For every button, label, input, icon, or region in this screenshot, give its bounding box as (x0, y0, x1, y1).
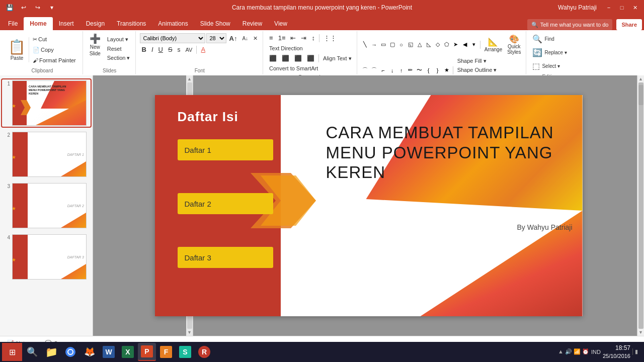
copy-btn[interactable]: 📄Copy (31, 46, 78, 54)
cut-btn[interactable]: ✂Cut (31, 35, 78, 44)
align-text-btn[interactable]: Align Text ▾ (321, 54, 354, 63)
start-button[interactable]: ⊞ (2, 343, 22, 361)
daftar-item-1[interactable]: Daftar 1 (178, 139, 273, 160)
font-name-select[interactable]: Calibri (Body) (140, 33, 205, 43)
shape-oval[interactable]: ○ (397, 41, 406, 49)
tab-view[interactable]: View (268, 17, 293, 30)
taskbar-search[interactable]: 🔍 (23, 343, 41, 361)
taskbar-chrome[interactable] (61, 343, 79, 361)
find-btn[interactable]: 🔍 Find (530, 33, 556, 45)
clear-format-btn[interactable]: ✕ (251, 34, 260, 43)
tab-animations[interactable]: Animations (152, 17, 194, 30)
search-box[interactable]: 🔍 Tell me what you want to do (527, 19, 613, 30)
strikethrough-btn[interactable]: S (166, 45, 175, 54)
increase-indent-btn[interactable]: ⇥ (299, 33, 308, 43)
align-right-btn[interactable]: ⬛ (292, 54, 304, 63)
columns-btn[interactable]: ⋮⋮ (321, 33, 339, 43)
decrease-font-btn[interactable]: A↓ (240, 35, 250, 42)
save-btn[interactable]: 💾 (4, 2, 15, 13)
underline-btn[interactable]: U (156, 45, 165, 54)
shape-bracket[interactable]: { (425, 66, 433, 74)
share-button[interactable]: Share (616, 19, 642, 30)
slide-canvas[interactable]: Daftar 1 Daftar 2 Daftar 3 Daftar Isi CA… (155, 95, 583, 316)
font-color-btn[interactable]: A (199, 45, 207, 54)
shape-arrow-right[interactable]: ➤ (452, 41, 460, 49)
tab-slideshow[interactable]: Slide Show (194, 17, 236, 30)
taskbar-app-s[interactable]: S (176, 343, 194, 361)
shape-rounded-rect[interactable]: ▢ (388, 41, 396, 49)
shape-more[interactable]: ▾ (470, 41, 478, 49)
daftar-item-2[interactable]: Daftar 2 (178, 193, 273, 214)
taskbar-powerpoint[interactable]: P (138, 343, 156, 361)
shadow-btn[interactable]: s (176, 45, 183, 54)
shape-right-triangle[interactable]: ◺ (425, 41, 433, 49)
tab-file[interactable]: File (2, 17, 24, 30)
taskbar-explorer[interactable]: 📁 (42, 343, 60, 361)
tab-transitions[interactable]: Transitions (111, 17, 152, 30)
numbering-btn[interactable]: 1≡ (276, 33, 288, 43)
increase-font-btn[interactable]: A↑ (227, 34, 239, 43)
shape-rect[interactable]: ▭ (379, 41, 387, 49)
slide-subtitle[interactable]: By Wahyu Patriaji (517, 223, 573, 231)
line-spacing-btn[interactable]: ↕ (309, 33, 317, 43)
slide-main-title[interactable]: CARA MEMBUAT TAMPILAN MENU POWERPOINT YA… (326, 123, 573, 183)
taskbar-word[interactable]: W (100, 343, 118, 361)
shape-curve2[interactable]: 〜 (416, 66, 424, 74)
justify-btn[interactable]: ⬛ (305, 54, 316, 63)
maximize-btn[interactable]: □ (617, 3, 627, 13)
customize-btn[interactable]: ▾ (46, 2, 57, 13)
minimize-btn[interactable]: − (604, 3, 614, 13)
reset-btn[interactable]: Reset (105, 45, 132, 53)
new-slide-btn[interactable]: ➕ New Slide (87, 33, 103, 57)
shape-connector[interactable]: ⌒ (370, 66, 378, 74)
redo-btn[interactable]: ↪ (32, 2, 43, 13)
shape-triangle[interactable]: △ (416, 41, 424, 49)
close-btn[interactable]: ✕ (630, 3, 640, 13)
right-scrollbar[interactable]: ▲ ▼ (637, 75, 644, 336)
align-left-btn[interactable]: ⬛ (267, 54, 279, 63)
font-size-select[interactable]: 28 (206, 33, 226, 43)
char-spacing-btn[interactable]: AV (184, 46, 195, 54)
italic-btn[interactable]: I (149, 45, 155, 54)
quick-styles-btn[interactable]: 🎨 Quick Styles (505, 33, 523, 56)
daftar-item-3[interactable]: Daftar 3 (178, 247, 273, 268)
shape-arrow-up[interactable]: ↑ (397, 66, 406, 74)
shape-freeform[interactable]: ✏ (407, 66, 415, 74)
tab-insert[interactable]: Insert (53, 17, 80, 30)
layout-btn[interactable]: Layout ▾ (105, 35, 132, 44)
shape-elbow[interactable]: ⌐ (379, 66, 387, 74)
select-btn[interactable]: ⬚ Select ▾ (530, 60, 562, 72)
shape-pentagon[interactable]: ⬠ (443, 41, 451, 49)
tab-home[interactable]: Home (24, 17, 52, 30)
slide-thumb-4[interactable]: 4 DAFTAR 3 ★ (2, 233, 91, 281)
convert-smartart-btn[interactable]: Convert to SmartArt (267, 64, 320, 72)
tab-design[interactable]: Design (80, 17, 111, 30)
taskbar-app-r[interactable]: R (195, 343, 213, 361)
text-direction-btn[interactable]: Text Direction (267, 44, 305, 52)
shape-parallelogram[interactable]: ◱ (407, 41, 415, 49)
arrange-btn[interactable]: 📐 Arrange (482, 36, 505, 53)
shape-arrow-left[interactable]: ◀ (461, 41, 469, 49)
shape-star[interactable]: ★ (443, 66, 451, 74)
tab-review[interactable]: Review (236, 17, 268, 30)
taskbar-excel[interactable]: X (119, 343, 137, 361)
shape-brace[interactable]: } (434, 66, 442, 74)
decrease-indent-btn[interactable]: ⇤ (288, 33, 298, 43)
format-painter-btn[interactable]: 🖌Format Painter (31, 56, 78, 64)
bullets-btn[interactable]: ≡ (267, 33, 275, 43)
section-btn[interactable]: Section ▾ (105, 54, 132, 62)
replace-btn[interactable]: 🔄 Replace ▾ (530, 47, 569, 58)
shape-line[interactable]: ╲ (361, 41, 369, 49)
shape-arrow-down[interactable]: ↓ (388, 66, 396, 74)
paste-btn[interactable]: 📋 Paste ✂Cut 📄Copy 🖌Format Painter (5, 35, 79, 64)
undo-btn[interactable]: ↩ (18, 2, 29, 13)
shape-diamond[interactable]: ◇ (434, 41, 442, 49)
taskbar-firefox[interactable]: 🦊 (80, 343, 99, 361)
align-center-btn[interactable]: ⬛ (280, 54, 291, 63)
shape-curve[interactable]: ⌒ (361, 66, 369, 74)
bold-btn[interactable]: B (140, 45, 148, 54)
shape-outline-btn[interactable]: Shape Outline ▾ (455, 66, 499, 74)
slide-thumb-3[interactable]: 3 DAFTAR 2 ★ (2, 182, 91, 229)
shape-fill-btn[interactable]: Shape Fill ▾ (455, 57, 499, 65)
slide-thumb-2[interactable]: 2 DAFTAR 1 ★ (2, 131, 91, 178)
